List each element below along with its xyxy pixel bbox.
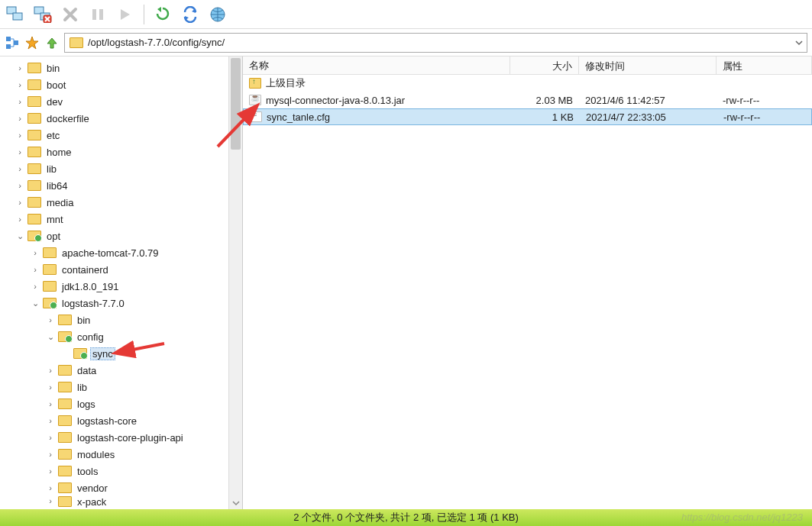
tree-item[interactable]: ›x-pack: [3, 496, 242, 508]
chevron-right-icon[interactable]: ›: [44, 399, 57, 408]
folder-tree-pane: ›bin›boot›dev›dockerfile›etc›home›lib›li…: [0, 56, 243, 509]
chevron-right-icon[interactable]: ›: [44, 382, 57, 392]
tree-item[interactable]: ›mnt: [3, 211, 242, 228]
chevron-right-icon[interactable]: ›: [44, 433, 57, 442]
tree-item[interactable]: ›bin: [3, 311, 242, 328]
cancel-icon[interactable]: [60, 4, 81, 25]
path-input[interactable]: /opt/logstash-7.7.0/config/sync/: [64, 33, 807, 53]
tree-toggle-icon[interactable]: [5, 35, 20, 50]
chevron-right-icon[interactable]: ›: [44, 466, 57, 476]
refresh-cycle-icon[interactable]: [180, 4, 201, 25]
tree-item[interactable]: ›logs: [3, 395, 242, 412]
chevron-right-icon[interactable]: ›: [14, 164, 26, 173]
tree-item[interactable]: ›vendor: [3, 479, 242, 496]
tree-item[interactable]: ›containerd: [3, 261, 242, 278]
chevron-right-icon[interactable]: ›: [14, 198, 26, 207]
favorite-star-icon[interactable]: [24, 35, 40, 50]
tree-item[interactable]: ›logstash-core: [3, 412, 242, 429]
pause-icon[interactable]: [87, 4, 108, 25]
tree-item[interactable]: ›dockerfile: [3, 110, 242, 127]
tree-item[interactable]: ›dev: [3, 93, 242, 110]
chevron-down-icon[interactable]: ⌄: [14, 231, 26, 241]
play-icon[interactable]: [115, 4, 136, 25]
tree-item[interactable]: ⌄opt: [3, 228, 242, 244]
svg-rect-8: [6, 37, 11, 41]
disconnect-icon[interactable]: [32, 4, 53, 25]
tree-item[interactable]: ⌄logstash-7.7.0: [3, 295, 242, 311]
tree-item-label: home: [44, 147, 74, 158]
tree-item-label: sync: [90, 347, 115, 360]
tree-item[interactable]: ›lib: [3, 160, 242, 177]
folder-icon: [43, 247, 57, 258]
folder-tree[interactable]: ›bin›boot›dev›dockerfile›etc›home›lib›li…: [0, 56, 242, 509]
chevron-down-icon[interactable]: [794, 38, 804, 47]
folder-icon: [43, 281, 57, 292]
tree-item[interactable]: sync: [3, 345, 242, 362]
file-row[interactable]: sync_tanle.cfg1 KB2021/4/7 22:33:05-rw-r…: [243, 108, 812, 125]
file-type-icon: [250, 111, 262, 122]
computers-icon[interactable]: [5, 4, 26, 25]
tree-item[interactable]: ⌄config: [3, 328, 242, 345]
chevron-right-icon[interactable]: ›: [44, 450, 57, 459]
refresh-down-icon[interactable]: [152, 4, 173, 25]
tree-item[interactable]: ›data: [3, 362, 242, 379]
tree-scrollbar[interactable]: [228, 56, 242, 509]
tree-item-label: lib64: [44, 180, 70, 192]
file-attr: -rw-r--r--: [717, 95, 812, 106]
tree-item[interactable]: ›media: [3, 194, 242, 211]
tree-item[interactable]: ›home: [3, 144, 242, 160]
column-header-attr[interactable]: 属性: [717, 56, 812, 74]
file-name: mysql-connector-java-8.0.13.jar: [266, 95, 405, 106]
file-date: 2021/4/6 11:42:57: [579, 95, 717, 106]
up-arrow-icon[interactable]: [44, 35, 60, 50]
folder-icon: [58, 331, 72, 342]
chevron-right-icon[interactable]: ›: [44, 496, 57, 505]
tree-item[interactable]: ›lib64: [3, 177, 242, 194]
chevron-down-icon[interactable]: ⌄: [29, 298, 41, 308]
scrollbar-thumb[interactable]: [231, 58, 241, 150]
tree-item-label: bin: [44, 63, 62, 74]
folder-icon: [58, 432, 72, 443]
file-list[interactable]: 上级目录mysql-connector-java-8.0.13.jar2.03 …: [243, 75, 812, 509]
chevron-right-icon[interactable]: ›: [29, 282, 41, 291]
tree-item[interactable]: ›apache-tomcat-7.0.79: [3, 244, 242, 261]
column-header-date[interactable]: 修改时间: [579, 56, 717, 74]
parent-dir-row[interactable]: 上级目录: [243, 75, 812, 92]
tree-item[interactable]: ›logstash-core-plugin-api: [3, 429, 242, 446]
tree-item-label: modules: [75, 449, 117, 460]
chevron-right-icon[interactable]: ›: [14, 114, 26, 123]
file-name: sync_tanle.cfg: [267, 111, 330, 123]
chevron-right-icon[interactable]: ›: [14, 215, 26, 224]
chevron-right-icon[interactable]: ›: [29, 248, 41, 257]
folder-icon: [58, 449, 72, 460]
chevron-right-icon[interactable]: ›: [44, 483, 57, 492]
chevron-right-icon[interactable]: ›: [44, 416, 57, 425]
chevron-right-icon[interactable]: ›: [44, 315, 57, 324]
chevron-right-icon[interactable]: ›: [44, 366, 57, 375]
tree-item[interactable]: ›tools: [3, 463, 242, 479]
tree-item[interactable]: ›boot: [3, 76, 242, 93]
tree-item[interactable]: ›bin: [3, 60, 242, 76]
tree-item[interactable]: ›lib: [3, 379, 242, 395]
column-header-name[interactable]: 名称: [243, 56, 510, 74]
svg-rect-9: [6, 44, 11, 49]
file-row[interactable]: mysql-connector-java-8.0.13.jar2.03 MB20…: [243, 92, 812, 108]
chevron-right-icon[interactable]: ›: [29, 265, 41, 274]
folder-icon: [73, 348, 87, 359]
tree-item[interactable]: ›modules: [3, 446, 242, 463]
chevron-right-icon[interactable]: ›: [14, 63, 26, 73]
chevron-right-icon[interactable]: ›: [14, 97, 26, 106]
chevron-right-icon[interactable]: ›: [14, 131, 26, 140]
svg-rect-1: [13, 13, 22, 20]
chevron-right-icon[interactable]: ›: [14, 80, 26, 89]
column-header-size[interactable]: 大小: [510, 56, 579, 74]
globe-icon[interactable]: [207, 4, 228, 25]
tree-item-label: logstash-7.7.0: [60, 298, 127, 309]
file-list-header: 名称 大小 修改时间 属性: [243, 56, 812, 75]
chevron-right-icon[interactable]: ›: [14, 147, 26, 157]
chevron-down-icon[interactable]: ⌄: [44, 332, 57, 342]
chevron-right-icon[interactable]: ›: [14, 181, 26, 190]
tree-item[interactable]: ›jdk1.8.0_191: [3, 278, 242, 295]
svg-rect-10: [14, 40, 18, 45]
tree-item[interactable]: ›etc: [3, 127, 242, 144]
